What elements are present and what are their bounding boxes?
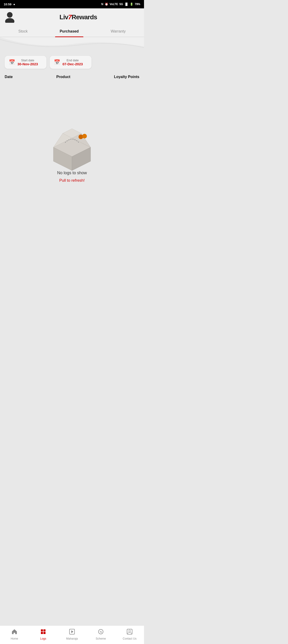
status-bar: 10:59 ● N ⏰ VoLTE 5G ▐▌ 🔋 79%: [0, 0, 144, 8]
status-left: 10:59 ●: [4, 2, 15, 6]
tab-purchased[interactable]: Purchased: [55, 26, 84, 37]
start-date-value: 30-Nov-2023: [18, 62, 38, 66]
start-date-info: Start date 30-Nov-2023: [18, 58, 38, 66]
end-date-picker[interactable]: 📅 End date 07-Dec-2023: [50, 56, 92, 69]
end-date-value: 07-Dec-2023: [62, 62, 83, 66]
alarm-icon: ⏰: [105, 2, 108, 6]
end-date-label: End date: [62, 58, 83, 62]
pull-refresh-message[interactable]: Pull to refresh!: [59, 178, 85, 183]
tab-stock[interactable]: Stock: [14, 26, 32, 37]
wifi-icon: ●: [13, 2, 15, 6]
app-logo: Liv7Rewards: [60, 14, 97, 21]
no-logs-message: No logs to show: [57, 170, 87, 176]
logo-accent: 7: [68, 14, 72, 21]
nfc-icon: N: [101, 2, 103, 6]
start-date-picker[interactable]: 📅 Start date 30-Nov-2023: [5, 56, 46, 69]
logo-container: Liv7Rewards: [17, 14, 139, 21]
table-header: Date Product Loyalty Points: [0, 72, 144, 81]
date-filters: 📅 Start date 30-Nov-2023 📅 End date 07-D…: [0, 51, 144, 72]
lte-icon: VoLTE: [110, 2, 118, 6]
wave-decoration: [0, 37, 144, 51]
col-date: Date: [5, 75, 13, 79]
main-content: 📅 Start date 30-Nov-2023 📅 End date 07-D…: [0, 51, 144, 242]
tabs-wrapper: Stock Purchased Warranty: [0, 26, 144, 37]
signal-icon: ▐▌: [124, 2, 128, 6]
start-date-label: Start date: [18, 58, 38, 62]
svg-point-9: [82, 134, 87, 138]
tab-warranty[interactable]: Warranty: [106, 26, 130, 37]
col-loyalty-points: Loyalty Points: [114, 75, 139, 79]
tab-navigation: Stock Purchased Warranty: [0, 26, 144, 37]
battery-icon: 🔋: [130, 2, 133, 6]
5g-icon: 5G: [120, 2, 123, 6]
col-product: Product: [56, 75, 70, 79]
svg-point-1: [5, 18, 14, 23]
avatar[interactable]: [5, 12, 15, 22]
status-right: N ⏰ VoLTE 5G ▐▌ 🔋 79%: [101, 2, 140, 6]
user-avatar-icon: [5, 12, 15, 23]
wave-svg: [0, 37, 144, 51]
empty-box-illustration: [46, 124, 98, 170]
end-date-info: End date 07-Dec-2023: [62, 58, 83, 66]
empty-state: No logs to show Pull to refresh!: [0, 81, 144, 221]
calendar-start-icon: 📅: [9, 59, 15, 65]
header: Liv7Rewards: [0, 8, 144, 26]
battery-level: 79%: [135, 2, 140, 6]
svg-point-0: [7, 12, 12, 18]
calendar-end-icon: 📅: [54, 59, 60, 65]
time: 10:59: [4, 2, 12, 6]
